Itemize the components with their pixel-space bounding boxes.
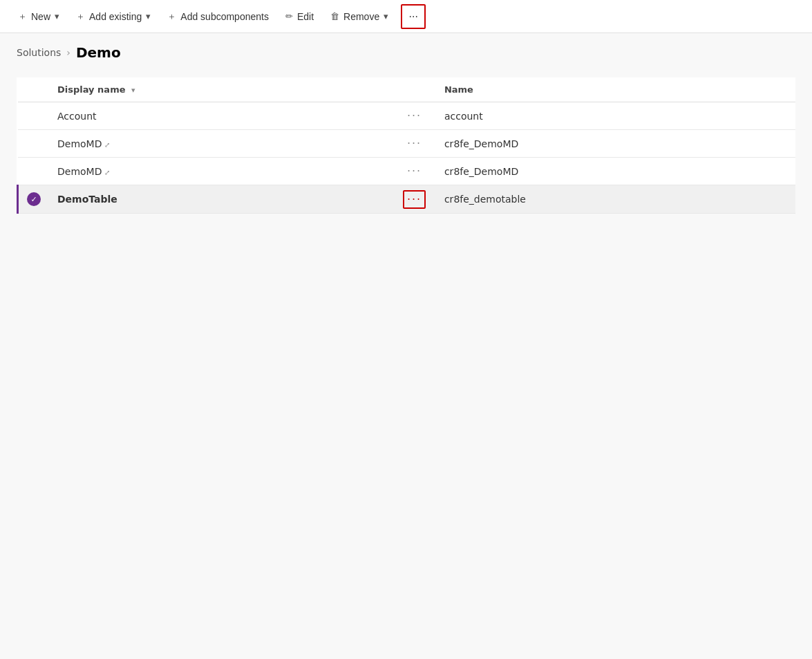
add-subcomponents-plus-icon: ＋: [167, 10, 176, 23]
row-context-button[interactable]: ···: [395, 158, 436, 185]
th-name: Name: [436, 77, 795, 102]
edit-button[interactable]: ✏ Edit: [278, 7, 321, 26]
row-display-name: DemoMD⤢: [49, 130, 395, 158]
table-row[interactable]: DemoMD⤢···cr8fe_DemoMD: [18, 158, 796, 185]
row-name: account: [436, 102, 795, 130]
row-display-name: DemoMD⤢: [49, 158, 395, 185]
add-subcomponents-label: Add subcomponents: [180, 11, 269, 22]
row-context-button[interactable]: ···: [395, 102, 436, 130]
solutions-table: Display name ▾ Name Account···accountDem…: [17, 77, 795, 214]
edit-label: Edit: [297, 11, 314, 22]
row-context-button[interactable]: ···: [395, 130, 436, 158]
row-context-button[interactable]: ···: [395, 185, 436, 214]
row-check-cell[interactable]: [18, 102, 50, 130]
row-dots-icon[interactable]: ···: [403, 190, 426, 209]
new-button[interactable]: ＋ New ▾: [11, 6, 66, 27]
external-link-icon: ⤢: [104, 169, 110, 176]
remove-label: Remove: [343, 11, 379, 22]
row-display-name: Account: [49, 102, 395, 130]
add-existing-chevron-icon: ▾: [146, 11, 151, 21]
more-dots-label: ···: [409, 10, 418, 23]
remove-button[interactable]: 🗑 Remove ▾: [323, 7, 395, 26]
th-dots-col: [395, 77, 436, 102]
check-circle: ✓: [27, 192, 41, 206]
row-check-cell[interactable]: ✓: [18, 185, 50, 214]
th-display-name[interactable]: Display name ▾: [49, 77, 395, 102]
plus-icon: ＋: [18, 10, 27, 23]
row-display-name: DemoTable: [49, 185, 395, 214]
remove-trash-icon: 🗑: [330, 11, 339, 21]
new-chevron-icon: ▾: [55, 11, 59, 21]
breadcrumb-separator: ›: [66, 47, 70, 58]
row-dots-icon[interactable]: ···: [403, 136, 426, 151]
breadcrumb: Solutions › Demo: [0, 33, 812, 66]
add-subcomponents-button[interactable]: ＋ Add subcomponents: [160, 6, 276, 27]
table-header-row: Display name ▾ Name: [18, 77, 796, 102]
more-button[interactable]: ···: [401, 4, 426, 29]
row-check-cell[interactable]: [18, 130, 50, 158]
breadcrumb-solutions-link[interactable]: Solutions: [17, 47, 61, 58]
main-content: Display name ▾ Name Account···accountDem…: [0, 66, 812, 225]
th-check: [18, 77, 50, 102]
table-row[interactable]: Account···account: [18, 102, 796, 130]
add-existing-label: Add existing: [89, 11, 142, 22]
sort-icon: ▾: [131, 86, 135, 95]
external-link-icon: ⤢: [104, 141, 110, 149]
row-name: cr8fe_DemoMD: [436, 130, 795, 158]
row-check-cell[interactable]: [18, 158, 50, 185]
row-dots-icon[interactable]: ···: [403, 163, 426, 179]
new-label: New: [31, 11, 50, 22]
toolbar: ＋ New ▾ ＋ Add existing ▾ ＋ Add subcompon…: [0, 0, 812, 33]
row-name: cr8fe_DemoMD: [436, 158, 795, 185]
add-existing-plus-icon: ＋: [76, 10, 85, 23]
breadcrumb-current-label: Demo: [76, 44, 121, 61]
row-name: cr8fe_demotable: [436, 185, 795, 214]
table-row[interactable]: ✓DemoTable···cr8fe_demotable: [18, 185, 796, 214]
table-row[interactable]: DemoMD⤢···cr8fe_DemoMD: [18, 130, 796, 158]
add-existing-button[interactable]: ＋ Add existing ▾: [69, 6, 158, 27]
edit-pencil-icon: ✏: [285, 11, 293, 21]
remove-chevron-icon: ▾: [384, 11, 388, 21]
row-dots-icon[interactable]: ···: [403, 108, 426, 124]
